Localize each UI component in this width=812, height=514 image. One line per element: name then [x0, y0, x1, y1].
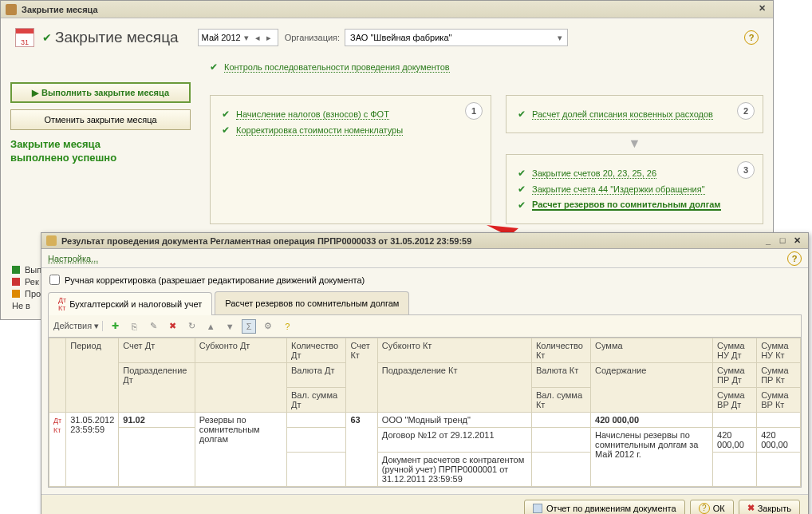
report-button[interactable]: Отчет по движениям документа: [524, 500, 685, 515]
settings-bar: Настройка... ?: [41, 249, 808, 268]
col-valsum-dt: Вал. сумма Дт: [287, 388, 346, 413]
grid[interactable]: Период Счет Дт Субконто Дт Количество Дт…: [48, 337, 802, 488]
close-20-link[interactable]: Закрытие счетов 20, 23, 25, 26: [532, 168, 656, 179]
col-sub-dt: Субконто Дт: [195, 338, 286, 363]
data-table: Период Счет Дт Субконто Дт Количество Дт…: [49, 338, 801, 487]
refresh-icon[interactable]: ↻: [184, 319, 199, 334]
table-row[interactable]: Договор №12 от 29.12.2011 Начислены резе…: [49, 428, 801, 453]
col-sub-kt: Субконто Кт: [377, 338, 531, 363]
help-icon[interactable]: ?: [744, 30, 759, 45]
period-prev-icon[interactable]: ◂: [252, 33, 263, 43]
col-qty-kt: Количество Кт: [531, 338, 590, 363]
tab-reserves[interactable]: Расчет резервов по сомнительным долгам: [215, 291, 409, 314]
org-select[interactable]: ЗАО "Швейная фабрика" ▾: [345, 29, 568, 46]
tab-accounting[interactable]: ДтКт Бухгалтерский и налоговый учет: [48, 292, 212, 315]
close-44-link[interactable]: Закрытие счета 44 "Издержки обращения": [532, 184, 705, 195]
check-icon: ✔: [42, 31, 52, 44]
legend-done-icon: [12, 266, 20, 274]
col-qty-dt: Количество Дт: [287, 338, 346, 363]
check-icon: ✔: [222, 125, 230, 136]
dtkt-icon: ДтКт: [58, 296, 66, 312]
cell-sum: 420 000,00: [591, 413, 713, 428]
down-icon[interactable]: ▼: [223, 319, 237, 334]
help-icon[interactable]: ?: [280, 319, 294, 334]
step-2-block: 2 ✔ Расчет долей списания косвенных расх…: [506, 95, 763, 133]
window-icon: [6, 4, 17, 15]
question-icon: ?: [699, 503, 710, 514]
page-title: Закрытие месяца: [55, 29, 179, 46]
sigma-icon[interactable]: Σ: [242, 319, 256, 334]
reserves-link[interactable]: Расчет резервов по сомнительным долгам: [532, 200, 721, 211]
col-val-kt: Валюта Кт: [531, 363, 590, 388]
control-link-row: ✔ Контроль последовательности проведения…: [210, 61, 763, 73]
cell-sub-kt3: Документ расчетов с контрагентом (ручной…: [377, 453, 531, 487]
settings-icon[interactable]: ⚙: [261, 319, 275, 334]
help-icon[interactable]: ?: [787, 251, 802, 266]
copy-icon[interactable]: ⎘: [127, 319, 141, 334]
cell-acct-dt: 91.02: [119, 413, 195, 428]
step-3-badge: 3: [737, 161, 755, 179]
col-sum-vr-kt: Сумма ВР Кт: [757, 388, 801, 413]
chevron-down-icon[interactable]: ▾: [558, 33, 562, 43]
tax-link[interactable]: Начисление налогов (взносов) с ФОТ: [236, 109, 389, 120]
table-row[interactable]: ДтКт 31.05.2012 23:59:59 91.02 Резервы п…: [49, 413, 801, 428]
step-3-block: 3 ✔ Закрытие счетов 20, 23, 25, 26 ✔ Зак…: [506, 154, 763, 224]
col-acct-kt: Счет Кт: [346, 338, 377, 413]
actions-menu[interactable]: Действия ▾: [53, 321, 103, 331]
check-icon: ✔: [518, 109, 526, 120]
control-link[interactable]: Контроль последовательности проведения д…: [224, 62, 450, 73]
cell-acct-kt: 63: [346, 413, 377, 487]
up-icon[interactable]: ▲: [203, 319, 218, 334]
period-select[interactable]: Май 2012 ▾ ◂ ▸: [198, 29, 278, 46]
document-icon: [46, 235, 57, 246]
cell-sub-dt: Резервы по сомнительным долгам: [195, 413, 286, 487]
org-label: Организация:: [285, 33, 340, 42]
close-icon[interactable]: ✕: [790, 235, 803, 247]
dtkt-icon: ДтКт: [53, 417, 61, 434]
col-sum: Сумма: [591, 338, 713, 363]
close-icon[interactable]: ✕: [755, 3, 768, 16]
col-sum-nu-dt: Сумма НУ Дт: [713, 338, 757, 363]
manual-edit-checkbox[interactable]: [49, 275, 60, 285]
cell-sub-kt1: ООО "Модный тренд": [377, 413, 531, 428]
edit-icon[interactable]: ✎: [146, 319, 160, 334]
period-next-icon[interactable]: ▸: [263, 33, 274, 43]
indirect-costs-link[interactable]: Расчет долей списания косвенных расходов: [532, 109, 713, 120]
maximize-icon[interactable]: □: [776, 235, 789, 247]
tabs: ДтКт Бухгалтерский и налоговый учет Расч…: [41, 291, 808, 314]
check-icon: ✔: [210, 61, 218, 73]
close-button[interactable]: ✖ Закрыть: [739, 500, 800, 515]
col-sum-pr-kt: Сумма ПР Кт: [757, 363, 801, 388]
step-1-block: 1 ✔ Начисление налогов (взносов) с ФОТ ✔…: [210, 95, 491, 224]
cancel-button[interactable]: Отменить закрытие месяца: [10, 109, 191, 130]
org-value: ЗАО "Швейная фабрика": [350, 33, 451, 42]
add-icon[interactable]: ✚: [108, 319, 122, 334]
check-icon: ✔: [518, 184, 526, 195]
minimize-icon[interactable]: _: [762, 235, 775, 247]
play-icon: ▶: [32, 88, 38, 98]
legend-req-icon: [12, 290, 20, 298]
result-footer: Отчет по движениям документа ? ОК ✖ Закр…: [41, 494, 808, 514]
legend-rec-icon: [12, 278, 20, 286]
col-podr-kt: Подразделение Кт: [377, 363, 531, 413]
main-titlebar: Закрытие месяца ✕: [1, 1, 773, 18]
col-val-dt: Валюта Дт: [287, 363, 346, 388]
col-valsum-kt: Вал. сумма Кт: [531, 388, 590, 413]
cell-sub-kt2: Договор №12 от 29.12.2011: [377, 428, 531, 453]
col-sum-pr-dt: Сумма ПР Дт: [713, 363, 757, 388]
col-period: Период: [66, 338, 119, 413]
cost-correction-link[interactable]: Корректировка стоимости номенклатуры: [236, 125, 403, 136]
right-column: ✔ Контроль последовательности проведения…: [191, 57, 763, 224]
window-title: Закрытие месяца: [22, 5, 755, 14]
main-body: ▶ Выполнить закрытие месяца Отменить зак…: [1, 53, 773, 256]
settings-link[interactable]: Настройка...: [48, 254, 98, 263]
cell-sum-nu-kt: 420 000,00: [757, 428, 801, 453]
execute-button[interactable]: ▶ Выполнить закрытие месяца: [10, 82, 191, 103]
delete-icon[interactable]: ✖: [165, 319, 179, 334]
col-sum-vr-dt: Сумма ВР Дт: [713, 388, 757, 413]
cell-sum-nu-dt: 420 000,00: [713, 428, 757, 453]
step-1-badge: 1: [465, 102, 483, 120]
ok-button[interactable]: ? ОК: [690, 500, 734, 515]
col-acct-dt: Счет Дт: [119, 338, 195, 363]
period-dropdown-icon[interactable]: ▾: [241, 33, 252, 43]
